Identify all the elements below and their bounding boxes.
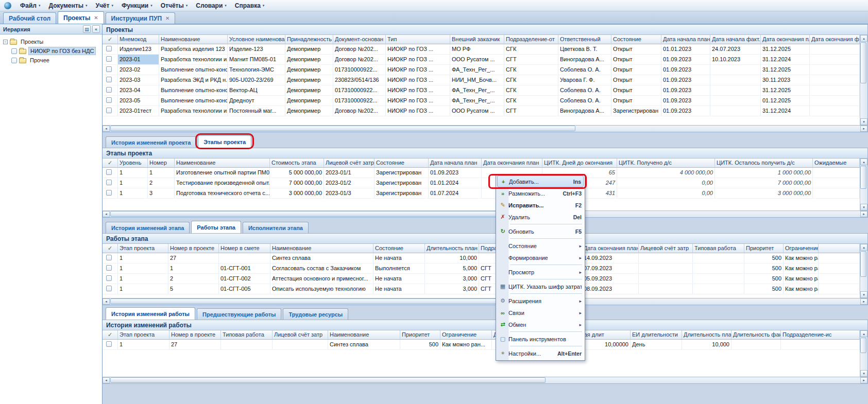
menu-item-citk-cost-code[interactable]: ▦ЦИТК. Указать шифр затрат...: [497, 280, 584, 292]
column-header[interactable]: ✓: [103, 35, 118, 44]
row-checkbox[interactable]: [106, 97, 112, 103]
table-row[interactable]: 127Синтез сплава500Как можно ран...10,00…: [103, 340, 860, 350]
column-header[interactable]: Лицевой счёт затр: [273, 330, 328, 340]
table-row[interactable]: 1501-СГТ-005Описать используемую техноло…: [103, 284, 860, 294]
scroll-up-icon[interactable]: ▴: [860, 159, 867, 165]
column-header[interactable]: Дата окончания пл: [761, 35, 810, 44]
horizontal-scrollbar[interactable]: ◂▸: [103, 377, 867, 383]
table-row[interactable]: 2023-01тестРазработка технологии и...Пос…: [103, 106, 860, 116]
horizontal-scrollbar[interactable]: ◂▸: [103, 125, 867, 132]
section-tab[interactable]: Трудовые ресурсы: [283, 308, 348, 320]
column-header[interactable]: Дата окончания план: [482, 159, 542, 168]
row-checkbox[interactable]: [106, 286, 112, 291]
close-icon[interactable]: ✕: [165, 15, 169, 21]
scroll-right-icon[interactable]: ▸: [860, 126, 867, 132]
menubar-item[interactable]: Учёт▾: [91, 1, 117, 10]
menubar-item[interactable]: Отчёты▾: [157, 1, 192, 10]
window-tab[interactable]: Инструкции ПУП✕: [106, 12, 176, 24]
scroll-down-icon[interactable]: ▾: [860, 370, 867, 377]
column-header[interactable]: Длительность фак: [731, 330, 781, 340]
tree-checkbox[interactable]: [11, 58, 17, 63]
scrollbar-thumb[interactable]: [860, 166, 866, 189]
vertical-scrollbar[interactable]: ▴ ▾: [860, 35, 867, 125]
table-row[interactable]: Изделие123Разработка изделия 123Изделие-…: [103, 44, 860, 55]
column-header[interactable]: Номер: [148, 159, 175, 168]
section-tab[interactable]: Работы этапа: [191, 221, 241, 233]
column-header[interactable]: Дата начала факт.: [710, 35, 761, 44]
menu-item-toolbar-panel[interactable]: ▢Панель инструментов: [497, 333, 584, 345]
menu-item-exchange[interactable]: ⇄Обмен▸: [497, 319, 584, 330]
menu-item-formation[interactable]: Формирование▸: [497, 252, 584, 264]
sort-icon[interactable]: ▤: [83, 25, 91, 33]
table-row[interactable]: 11Изготовление опытной партии ПМ0...5 00…: [103, 168, 860, 178]
scrollbar-track[interactable]: [110, 298, 860, 305]
column-header[interactable]: Длительность пла: [682, 330, 731, 340]
vertical-scrollbar[interactable]: ▴ ▾: [860, 159, 867, 210]
column-header[interactable]: Ответственный: [558, 35, 611, 44]
menu-item-settings[interactable]: ✶Настройки...Alt+Enter: [497, 347, 584, 359]
table-row[interactable]: 13Подготовка технического отчета с...3 0…: [103, 188, 860, 199]
column-header[interactable]: Приоритет: [744, 244, 784, 253]
window-tab[interactable]: Проекты✕: [58, 11, 104, 24]
column-header[interactable]: ЦИТК. Получено д/с: [617, 159, 715, 168]
column-header[interactable]: ✓: [103, 244, 118, 253]
column-header[interactable]: Стоимость этапа: [270, 159, 324, 168]
vertical-scrollbar[interactable]: ▴ ▾: [860, 330, 867, 377]
column-header[interactable]: Состояние: [611, 35, 661, 44]
row-checkbox[interactable]: [106, 108, 112, 113]
column-header[interactable]: ЦИТК. Осталось получить д/с: [715, 159, 813, 168]
menu-item-add[interactable]: +Добавить...Ins: [497, 175, 584, 187]
scrollbar-track[interactable]: [110, 211, 860, 217]
column-header[interactable]: Дата окончания ф: [810, 35, 860, 44]
table-row[interactable]: 1201-СГТ-002Аттестация основного и приме…: [103, 274, 860, 284]
scroll-left-icon[interactable]: ◂: [103, 298, 110, 305]
scroll-left-icon[interactable]: ◂: [103, 377, 110, 383]
column-header[interactable]: Состояние: [375, 159, 429, 168]
menubar-item[interactable]: Документы▾: [44, 1, 91, 10]
table-row[interactable]: 12Тестирование произведенной опыт...7 00…: [103, 178, 860, 188]
column-header[interactable]: Номер в смете: [219, 244, 270, 253]
column-header[interactable]: Ограничение: [784, 244, 819, 253]
scroll-down-icon[interactable]: ▾: [860, 204, 867, 210]
column-header[interactable]: Приоритет: [400, 330, 440, 340]
column-header[interactable]: Типовая работа: [693, 244, 744, 253]
column-header[interactable]: Мнемокод: [118, 35, 159, 44]
column-header[interactable]: Условное наименова: [228, 35, 285, 44]
section-tab[interactable]: История изменений этапа: [106, 222, 190, 233]
column-header[interactable]: ✓: [103, 159, 118, 168]
window-tab[interactable]: Рабочий стол: [3, 12, 56, 24]
column-header[interactable]: ✓: [103, 330, 118, 340]
table-row[interactable]: 2023-05Выполнение опытно-конс...Дредноут…: [103, 96, 860, 106]
row-checkbox[interactable]: [106, 77, 112, 82]
column-header[interactable]: Лицевой счёт затрат: [324, 159, 375, 168]
scroll-right-icon[interactable]: ▸: [860, 211, 867, 217]
row-checkbox[interactable]: [106, 180, 112, 185]
menu-item-refresh[interactable]: ↻ОбновитьF5: [497, 225, 584, 237]
table-row[interactable]: 1101-СГТ-001Согласовать состав с Заказчи…: [103, 264, 860, 274]
menu-item-duplicate[interactable]: »Размножить...Ctrl+F3: [497, 187, 584, 199]
column-header[interactable]: Принадлежность: [285, 35, 333, 44]
menu-item-state[interactable]: Состояние▸: [497, 240, 584, 252]
column-header[interactable]: Длительность план▼: [425, 244, 479, 253]
section-tab[interactable]: История изменений проекта: [106, 136, 196, 148]
column-header[interactable]: Типовая работа: [221, 330, 273, 340]
column-header[interactable]: [819, 244, 860, 253]
close-icon[interactable]: ✕: [94, 15, 98, 21]
column-header[interactable]: Наименование: [175, 159, 270, 168]
column-header[interactable]: Подразделение-от: [504, 35, 558, 44]
tree-item[interactable]: НИОКР по ГОЗ без НДС: [1, 46, 101, 56]
scroll-down-icon[interactable]: ▾: [860, 291, 867, 298]
horizontal-scrollbar[interactable]: ◂▸: [103, 298, 867, 305]
section-tab[interactable]: Предшествующие работы: [197, 308, 281, 320]
scrollbar-track[interactable]: [110, 126, 860, 132]
table-row[interactable]: 2023-03Разработка ЭКД и РКД н...905-U020…: [103, 75, 860, 85]
menu-item-links[interactable]: ∞Связи▸: [497, 307, 584, 319]
column-header[interactable]: Наименование: [270, 244, 373, 253]
column-header[interactable]: Тип: [386, 35, 450, 44]
scrollbar-track[interactable]: [110, 377, 860, 383]
table-row[interactable]: 2023-02Выполнение опытно-конс...Технолог…: [103, 65, 860, 75]
scrollbar-thumb[interactable]: [860, 42, 866, 83]
column-header[interactable]: Этап проекта: [118, 244, 168, 253]
scroll-right-icon[interactable]: ▸: [860, 298, 867, 305]
column-header[interactable]: Лицевой счёт затр: [639, 244, 693, 253]
